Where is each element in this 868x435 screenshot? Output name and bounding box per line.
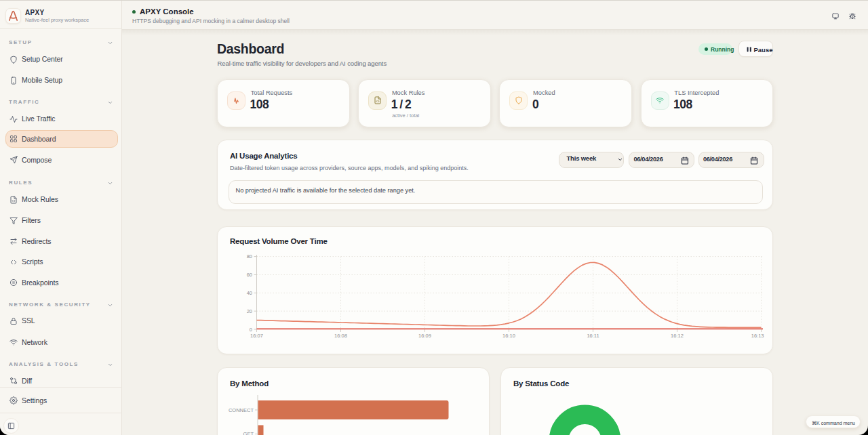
svg-text:60: 60	[247, 272, 252, 278]
svg-text:0: 0	[250, 327, 252, 333]
svg-text:40: 40	[247, 290, 252, 296]
svg-text:20: 20	[247, 308, 252, 314]
svg-text:GET: GET	[243, 431, 254, 435]
svg-text:16:09: 16:09	[418, 333, 431, 339]
svg-text:16:10: 16:10	[502, 333, 515, 339]
svg-text:80: 80	[247, 253, 252, 260]
svg-text:16:08: 16:08	[334, 333, 347, 339]
svg-text:16:13: 16:13	[751, 333, 764, 339]
svg-text:16:12: 16:12	[671, 333, 684, 339]
svg-text:CONNECT: CONNECT	[229, 407, 254, 413]
svg-text:16:07: 16:07	[250, 333, 263, 339]
svg-text:16:11: 16:11	[587, 333, 599, 339]
